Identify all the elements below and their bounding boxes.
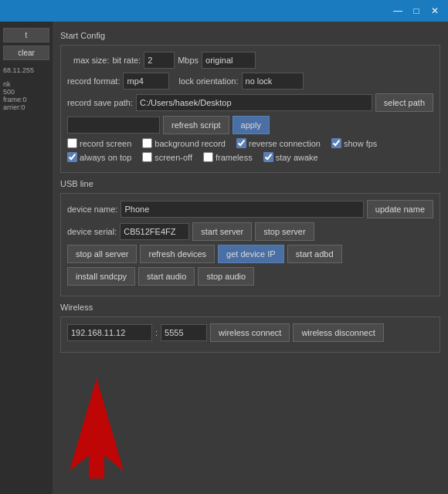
- start-server-button[interactable]: start server: [192, 222, 252, 241]
- record-screen-checkbox[interactable]: [67, 138, 77, 148]
- always-on-top-checkbox-label[interactable]: always on top: [67, 152, 131, 162]
- wireless-section-title: Wireless: [60, 303, 440, 312]
- always-on-top-checkbox[interactable]: [67, 152, 77, 162]
- stay-awake-label: stay awake: [276, 153, 318, 162]
- frameless-label: frameless: [216, 153, 253, 162]
- show-fps-checkbox-label[interactable]: show fps: [331, 138, 377, 148]
- device-serial-row: device serial: CB512FE4FZ start server s…: [67, 222, 433, 241]
- close-button[interactable]: ✕: [426, 3, 443, 19]
- bitrate-row: bit rate: Mbps original 1080p 720p 480p …: [67, 52, 433, 69]
- savepath-input[interactable]: [136, 94, 372, 111]
- get-device-ip-button[interactable]: get device IP: [218, 245, 284, 263]
- bitrate-label: bit rate:: [112, 56, 141, 65]
- savepath-row: record save path: select path: [67, 93, 433, 112]
- reverse-connection-label: reverse connection: [249, 139, 321, 148]
- wireless-ip-input[interactable]: [67, 324, 152, 341]
- select-path-button[interactable]: select path: [375, 93, 433, 112]
- refresh-devices-button[interactable]: refresh devices: [140, 245, 215, 263]
- sidebar-ip: 68.11.255: [3, 66, 49, 74]
- serial-select[interactable]: CB512FE4FZ: [120, 223, 189, 240]
- titlebar: — □ ✕: [0, 0, 448, 22]
- device-serial-label: device serial:: [67, 227, 117, 236]
- wireless-connect-button[interactable]: wireless connect: [210, 323, 290, 342]
- frameless-checkbox-label[interactable]: frameless: [203, 152, 253, 162]
- sidebar-clear-button[interactable]: clear: [3, 46, 49, 60]
- script-row: refresh script apply: [67, 116, 433, 134]
- wireless-row: : wireless connect wireless disconnect: [67, 323, 433, 342]
- start-adbd-button[interactable]: start adbd: [287, 245, 342, 263]
- wireless-panel: : wireless connect wireless disconnect: [60, 316, 440, 353]
- main-content: Start Config bit rate: Mbps original 108…: [53, 22, 448, 494]
- show-fps-label: show fps: [344, 139, 377, 148]
- bitrate-input[interactable]: [144, 52, 175, 69]
- apply-button[interactable]: apply: [232, 116, 270, 134]
- stay-awake-checkbox[interactable]: [263, 152, 273, 162]
- background-record-label: background record: [154, 139, 226, 148]
- screen-off-checkbox-label[interactable]: screen-off: [142, 152, 192, 162]
- record-screen-checkbox-label[interactable]: record screen: [67, 138, 131, 148]
- usb-section-title: USB line: [60, 179, 440, 188]
- sidebar-status: nk500frame:0arrier:0: [3, 80, 49, 111]
- mbps-label: Mbps: [178, 56, 199, 65]
- record-screen-label: record screen: [80, 139, 131, 148]
- screen-off-checkbox[interactable]: [142, 152, 152, 162]
- device-name-input[interactable]: [120, 201, 363, 218]
- savepath-label: record save path:: [67, 98, 133, 107]
- orientation-label: lock orientation:: [178, 76, 238, 86]
- format-select[interactable]: mp4 mkv avi: [123, 73, 169, 90]
- start-audio-button[interactable]: start audio: [138, 267, 195, 286]
- device-name-label: device name:: [67, 205, 117, 214]
- stop-all-server-button[interactable]: stop all server: [67, 245, 137, 263]
- maxsize-label: max size:: [73, 56, 109, 65]
- screen-off-label: screen-off: [154, 153, 192, 162]
- frameless-checkbox[interactable]: [203, 152, 213, 162]
- format-label: record format:: [67, 76, 120, 86]
- config-section-title: Start Config: [60, 31, 440, 40]
- stop-audio-button[interactable]: stop audio: [198, 267, 254, 286]
- main-layout: t clear 68.11.255 nk500frame:0arrier:0 S…: [0, 22, 448, 494]
- script-select[interactable]: [67, 117, 160, 134]
- minimize-button[interactable]: —: [389, 3, 406, 19]
- background-record-checkbox-label[interactable]: background record: [142, 138, 226, 148]
- wireless-disconnect-button[interactable]: wireless disconnect: [293, 323, 383, 342]
- wireless-port-input[interactable]: [161, 324, 207, 341]
- sidebar-btn1[interactable]: t: [3, 28, 49, 42]
- options-row2: always on top screen-off frameless stay …: [67, 152, 433, 162]
- install-sndcpy-button[interactable]: install sndcpy: [67, 267, 135, 286]
- usb-buttons-row2: install sndcpy start audio stop audio: [67, 267, 433, 286]
- options-row1: record screen background record reverse …: [67, 138, 433, 148]
- show-fps-checkbox[interactable]: [331, 138, 341, 148]
- port-separator: :: [155, 328, 158, 337]
- format-row: record format: mp4 mkv avi lock orientat…: [67, 73, 433, 90]
- sidebar: t clear 68.11.255 nk500frame:0arrier:0: [0, 22, 53, 494]
- orientation-select[interactable]: no lock portrait landscape: [242, 73, 304, 90]
- refresh-script-button[interactable]: refresh script: [163, 116, 229, 134]
- stay-awake-checkbox-label[interactable]: stay awake: [263, 152, 318, 162]
- background-record-checkbox[interactable]: [142, 138, 152, 148]
- update-name-button[interactable]: update name: [367, 200, 433, 218]
- reverse-connection-checkbox-label[interactable]: reverse connection: [236, 138, 321, 148]
- stop-server-button[interactable]: stop server: [255, 222, 314, 241]
- device-name-row: device name: update name: [67, 200, 433, 218]
- reverse-connection-checkbox[interactable]: [236, 138, 246, 148]
- usb-buttons-row1: stop all server refresh devices get devi…: [67, 245, 433, 263]
- always-on-top-label: always on top: [80, 153, 131, 162]
- usb-panel: device name: update name device serial: …: [60, 193, 440, 296]
- maximize-button[interactable]: □: [408, 3, 425, 19]
- maxsize-select[interactable]: original 1080p 720p 480p: [202, 52, 256, 69]
- config-panel: bit rate: Mbps original 1080p 720p 480p …: [60, 45, 440, 173]
